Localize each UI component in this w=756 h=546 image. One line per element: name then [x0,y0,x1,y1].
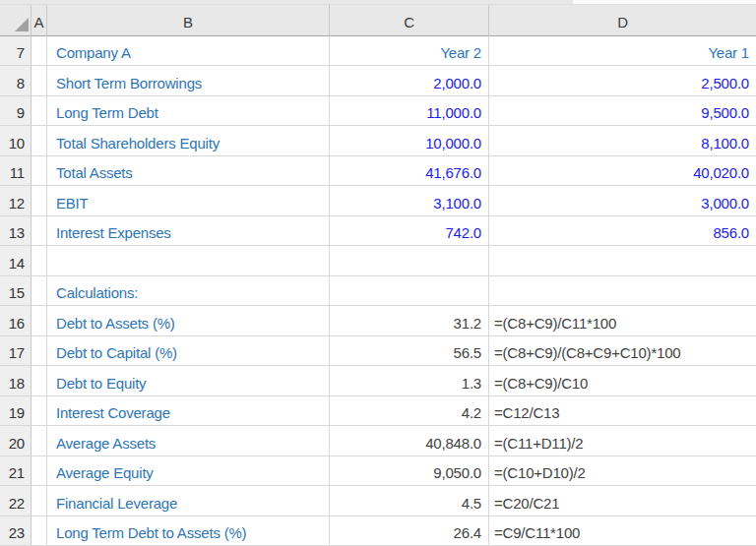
row-header-23[interactable]: 23 [0,516,32,546]
sheet-row-7: 7Company AYear 2Year 1 [0,36,756,66]
cell-C18[interactable]: 1.3 [330,366,489,395]
cell-C19[interactable]: 4.2 [330,396,489,426]
cell-D20[interactable]: =(C11+D11)/2 [489,426,756,455]
cell-B10[interactable]: Total Shareholders Equity [47,126,330,155]
select-all-button[interactable] [0,5,32,36]
cell-B12[interactable]: EBIT [47,186,330,215]
cell-B18[interactable]: Debt to Equity [47,366,330,395]
cell-D18[interactable]: =(C8+C9)/C10 [489,366,756,395]
cell-A11[interactable] [32,156,47,186]
cell-D11[interactable]: 40,020.0 [489,156,756,186]
sheet-row-21: 21Average Equity9,050.0=(C10+D10)/2 [0,456,756,486]
cell-C15[interactable] [330,276,489,306]
row-header-21[interactable]: 21 [0,456,32,486]
cell-A15[interactable] [32,276,47,306]
cell-C8[interactable]: 2,000.0 [330,66,489,95]
cell-B14[interactable] [47,246,330,275]
cell-B21[interactable]: Average Equity [47,456,330,486]
cell-A13[interactable] [32,216,47,246]
cell-A22[interactable] [32,486,47,516]
cell-A14[interactable] [32,246,47,275]
cell-D10[interactable]: 8,100.0 [489,126,756,155]
cell-C16[interactable]: 31.2 [330,306,489,335]
cell-B13[interactable]: Interest Expenses [47,216,330,246]
cell-D14[interactable] [489,246,756,275]
cell-B17[interactable]: Debt to Capital (%) [47,336,330,366]
cell-D8[interactable]: 2,500.0 [489,66,756,95]
cell-B23[interactable]: Long Term Debt to Assets (%) [47,516,330,546]
column-header-C[interactable]: C [330,5,489,36]
row-header-14[interactable]: 14 [0,246,32,275]
sheet-row-23: 23Long Term Debt to Assets (%)26.4=C9/C1… [0,516,756,546]
cell-C17[interactable]: 56.5 [330,336,489,366]
sheet-row-15: 15Calculations: [0,276,756,306]
row-header-22[interactable]: 22 [0,486,32,516]
cell-C11[interactable]: 41,676.0 [330,156,489,186]
row-header-10[interactable]: 10 [0,126,32,155]
column-header-B[interactable]: B [47,5,330,36]
cell-A7[interactable] [32,36,47,66]
select-all-triangle-icon [15,18,29,31]
row-header-13[interactable]: 13 [0,216,32,246]
cell-B8[interactable]: Short Term Borrowings [47,66,330,95]
cell-D12[interactable]: 3,000.0 [489,186,756,215]
cell-C13[interactable]: 742.0 [330,216,489,246]
column-header-A[interactable]: A [32,5,47,36]
cell-A17[interactable] [32,336,47,366]
cell-A20[interactable] [32,426,47,455]
sheet-row-17: 17Debt to Capital (%)56.5=(C8+C9)/(C8+C9… [0,336,756,366]
cell-B22[interactable]: Financial Leverage [47,486,330,516]
cell-A12[interactable] [32,186,47,215]
cell-B11[interactable]: Total Assets [47,156,330,186]
cell-C20[interactable]: 40,848.0 [330,426,489,455]
cell-B7[interactable]: Company A [47,36,330,66]
cell-D13[interactable]: 856.0 [489,216,756,246]
cell-D9[interactable]: 9,500.0 [489,96,756,126]
row-header-7[interactable]: 7 [0,36,32,66]
grid-body: 7Company AYear 2Year 18Short Term Borrow… [0,36,756,546]
cell-A23[interactable] [32,516,47,546]
cell-C7[interactable]: Year 2 [330,36,489,66]
cell-D16[interactable]: =(C8+C9)/C11*100 [489,306,756,335]
sheet-row-16: 16Debt to Assets (%)31.2=(C8+C9)/C11*100 [0,306,756,335]
cell-C21[interactable]: 9,050.0 [330,456,489,486]
cell-B16[interactable]: Debt to Assets (%) [47,306,330,335]
sheet-row-12: 12EBIT3,100.03,000.0 [0,186,756,215]
cell-A16[interactable] [32,306,47,335]
cell-B9[interactable]: Long Term Debt [47,96,330,126]
cell-C23[interactable]: 26.4 [330,516,489,546]
row-header-18[interactable]: 18 [0,366,32,395]
cell-D17[interactable]: =(C8+C9)/(C8+C9+C10)*100 [489,336,756,366]
row-header-9[interactable]: 9 [0,96,32,126]
cell-D7[interactable]: Year 1 [489,36,756,66]
cell-A19[interactable] [32,396,47,426]
row-header-20[interactable]: 20 [0,426,32,455]
cell-D21[interactable]: =(C10+D10)/2 [489,456,756,486]
cell-D15[interactable] [489,276,756,306]
cell-D22[interactable]: =C20/C21 [489,486,756,516]
cell-C9[interactable]: 11,000.0 [330,96,489,126]
row-header-19[interactable]: 19 [0,396,32,426]
cell-B20[interactable]: Average Assets [47,426,330,455]
cell-B15[interactable]: Calculations: [47,276,330,306]
cell-C12[interactable]: 3,100.0 [330,186,489,215]
column-header-D[interactable]: D [489,5,756,36]
cell-A10[interactable] [32,126,47,155]
cell-A21[interactable] [32,456,47,486]
cell-A9[interactable] [32,96,47,126]
cell-B19[interactable]: Interest Coverage [47,396,330,426]
row-header-12[interactable]: 12 [0,186,32,215]
cell-C10[interactable]: 10,000.0 [330,126,489,155]
cell-A8[interactable] [32,66,47,95]
row-header-15[interactable]: 15 [0,276,32,306]
sheet-row-8: 8Short Term Borrowings2,000.02,500.0 [0,66,756,95]
row-header-8[interactable]: 8 [0,66,32,95]
cell-D19[interactable]: =C12/C13 [489,396,756,426]
row-header-17[interactable]: 17 [0,336,32,366]
row-header-16[interactable]: 16 [0,306,32,335]
cell-A18[interactable] [32,366,47,395]
row-header-11[interactable]: 11 [0,156,32,186]
cell-C22[interactable]: 4.5 [330,486,489,516]
cell-D23[interactable]: =C9/C11*100 [489,516,756,546]
cell-C14[interactable] [330,246,489,275]
